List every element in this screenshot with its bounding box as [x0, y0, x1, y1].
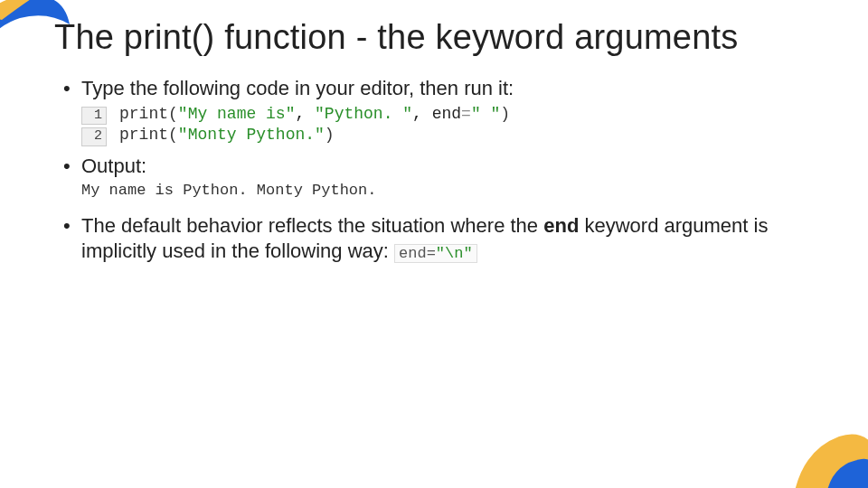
line-number: 2: [81, 127, 107, 146]
inline-end-eq: end=: [399, 245, 436, 262]
inline-code-end-default: end="\n": [394, 244, 477, 263]
string-literal: "Python. ": [315, 105, 412, 123]
comma: ,: [412, 105, 432, 123]
code-line-2: 2print("Monty Python."): [81, 125, 814, 146]
paren-open: (: [168, 126, 178, 144]
explanation-pre: The default behavior reflects the situat…: [81, 214, 543, 237]
explanation-bold-end: end: [543, 214, 579, 237]
slide: The print() function - the keyword argum…: [0, 0, 868, 488]
code-sample: 1print("My name is", "Python. ", end=" "…: [81, 104, 814, 147]
comma: ,: [295, 105, 315, 123]
paren-close: ): [325, 126, 335, 144]
slide-title: The print() function - the keyword argum…: [54, 18, 738, 57]
string-literal: " ": [471, 105, 500, 123]
output-text: My name is Python. Monty Python.: [81, 182, 814, 199]
fn-name: print: [119, 105, 168, 123]
fn-name: print: [119, 126, 168, 144]
slide-body: Type the following code in your editor, …: [63, 76, 814, 265]
line-number: 1: [81, 107, 107, 126]
paren-close: ): [500, 105, 510, 123]
bullet-output-label: Output:: [63, 154, 814, 180]
inline-newline-string: "\n": [436, 245, 473, 262]
bullet-instruction: Type the following code in your editor, …: [63, 76, 814, 102]
bullet-explanation: The default behavior reflects the situat…: [63, 213, 814, 265]
string-literal: "My name is": [178, 105, 296, 123]
code-line-1: 1print("My name is", "Python. ", end=" "…: [81, 104, 814, 126]
kwarg-name: end: [432, 105, 461, 123]
corner-decoration-bottom-right: [776, 414, 868, 488]
string-literal: "Monty Python.": [178, 126, 325, 144]
paren-open: (: [168, 105, 178, 123]
equals: =: [461, 105, 471, 123]
